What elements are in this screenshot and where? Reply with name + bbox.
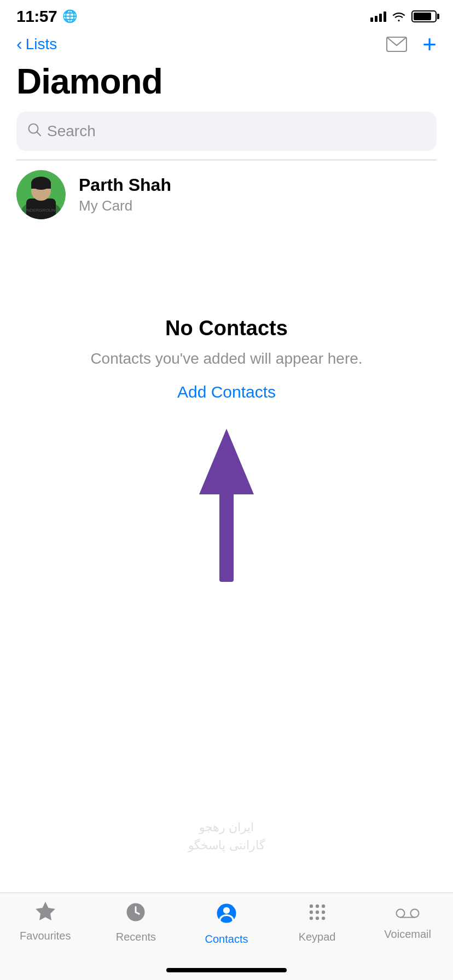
svg-point-24 xyxy=(315,917,318,920)
svg-line-2 xyxy=(37,132,41,136)
globe-icon: 🌐 xyxy=(62,9,77,24)
clock-icon xyxy=(125,902,146,928)
wifi-icon xyxy=(392,11,406,22)
chevron-left-icon: ‹ xyxy=(16,35,22,52)
nav-bar: ‹ Lists + xyxy=(0,30,453,59)
mail-button[interactable] xyxy=(386,37,407,52)
add-button[interactable]: + xyxy=(422,32,437,56)
tab-keypad[interactable]: Keypad xyxy=(272,902,363,943)
keypad-icon xyxy=(307,902,328,928)
svg-marker-12 xyxy=(199,429,254,494)
svg-point-26 xyxy=(397,909,405,918)
arrow-indicator xyxy=(0,429,453,582)
tab-favourites[interactable]: Favourites xyxy=(0,902,91,942)
search-container: Search xyxy=(0,112,453,160)
contact-info: Parth Shah My Card xyxy=(79,175,171,214)
search-placeholder: Search xyxy=(47,122,96,140)
nav-right-buttons: + xyxy=(386,32,437,56)
svg-point-23 xyxy=(309,917,312,920)
empty-subtitle: Contacts you've added will appear here. xyxy=(90,348,362,369)
svg-point-16 xyxy=(223,907,230,914)
svg-text:UNDERGROUND: UNDERGROUND xyxy=(24,208,59,213)
search-icon xyxy=(27,122,42,141)
my-card-row[interactable]: UNDERGROUND Parth Shah My Card xyxy=(0,160,453,229)
tab-voicemail-label: Voicemail xyxy=(384,928,431,941)
tab-recents[interactable]: Recents xyxy=(91,902,182,943)
status-bar: 11:57 🌐 xyxy=(0,0,453,30)
svg-rect-9 xyxy=(31,183,51,189)
tab-voicemail[interactable]: Voicemail xyxy=(362,902,453,941)
svg-point-20 xyxy=(309,911,312,914)
tab-contacts-label: Contacts xyxy=(205,933,248,946)
avatar: UNDERGROUND xyxy=(16,170,66,219)
home-indicator xyxy=(166,968,287,972)
battery-icon xyxy=(411,10,437,22)
star-icon xyxy=(35,902,56,926)
contact-name: Parth Shah xyxy=(79,175,171,195)
svg-point-18 xyxy=(315,905,318,908)
svg-point-25 xyxy=(321,917,324,920)
tab-keypad-label: Keypad xyxy=(299,931,336,943)
contact-subtitle: My Card xyxy=(79,197,171,214)
svg-point-27 xyxy=(411,909,419,918)
signal-icon xyxy=(370,11,386,22)
svg-marker-13 xyxy=(37,903,54,919)
add-contacts-button[interactable]: Add Contacts xyxy=(177,383,276,401)
empty-title: No Contacts xyxy=(165,317,288,340)
svg-point-22 xyxy=(321,911,324,914)
tab-recents-label: Recents xyxy=(116,931,156,943)
svg-point-21 xyxy=(315,911,318,914)
search-bar[interactable]: Search xyxy=(16,112,437,151)
tab-contacts[interactable]: Contacts xyxy=(181,902,272,946)
svg-point-17 xyxy=(309,905,312,908)
page-title-section: Diamond xyxy=(0,59,453,112)
status-icons xyxy=(370,10,437,22)
status-time: 11:57 xyxy=(16,7,57,26)
svg-point-19 xyxy=(321,905,324,908)
tab-favourites-label: Favourites xyxy=(20,930,71,942)
watermark: ایران رهجو گارانتی پاسخگو xyxy=(144,818,309,854)
empty-state: No Contacts Contacts you've added will a… xyxy=(0,284,453,423)
voicemail-icon xyxy=(396,902,420,925)
tab-bar: Favourites Recents Contacts xyxy=(0,892,453,980)
person-icon xyxy=(215,902,238,930)
page-title: Diamond xyxy=(16,62,437,101)
back-button[interactable]: ‹ Lists xyxy=(16,36,57,53)
